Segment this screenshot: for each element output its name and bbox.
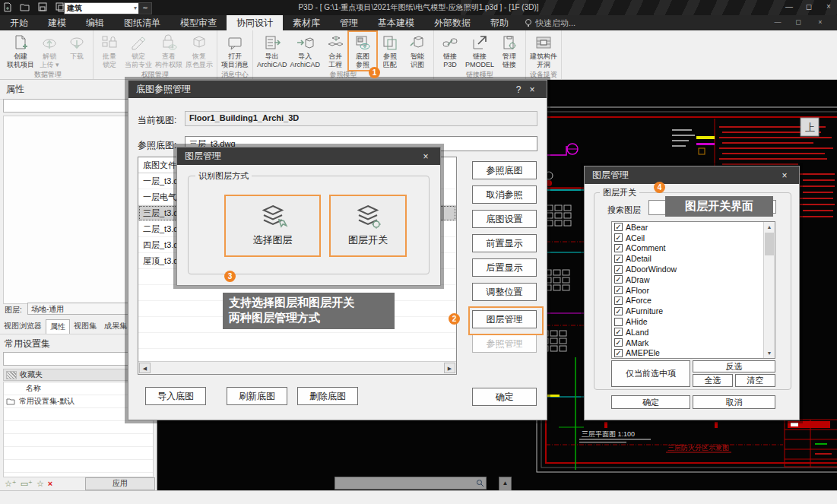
side-button-4[interactable]: 前置显示: [472, 234, 537, 252]
clear-button[interactable]: 清空: [735, 374, 775, 387]
quick-start[interactable]: 快速启动...: [525, 15, 575, 30]
checkbox-unchecked-icon[interactable]: [614, 318, 623, 326]
checkbox-checked-icon[interactable]: ✓: [614, 328, 623, 336]
bottom-button-2[interactable]: 刷新底图: [227, 387, 287, 405]
ribbon-tab-11[interactable]: 帮助: [480, 15, 518, 30]
layer-row[interactable]: ✓AComment: [612, 243, 775, 254]
layer-row[interactable]: ✓ABear: [612, 222, 775, 233]
smart-recognition-button[interactable]: 智能 识图: [404, 32, 431, 70]
ribbon-tab-3[interactable]: 编辑: [76, 15, 114, 30]
checkbox-checked-icon[interactable]: ✓: [614, 244, 623, 252]
link-p3d-button[interactable]: 链接 P3D: [436, 32, 464, 70]
delete-set-icon[interactable]: ×: [48, 478, 52, 490]
dialog-title-bar[interactable]: 底图参照管理 ? ×: [128, 81, 547, 98]
vertical-scrollbar[interactable]: ▲ ▼: [763, 222, 775, 358]
doc-minimize-button[interactable]: —: [772, 18, 783, 27]
close-icon[interactable]: ×: [525, 84, 539, 95]
layer-row[interactable]: ✓ADoorWindow: [612, 264, 775, 274]
help-icon[interactable]: ?: [512, 84, 525, 95]
checkbox-checked-icon[interactable]: ✓: [614, 338, 623, 347]
horizontal-scrollbar[interactable]: ◀ ▶: [138, 361, 456, 374]
invert-selection-button[interactable]: 反选: [693, 360, 775, 372]
side-button-5[interactable]: 后置显示: [472, 258, 537, 277]
layer-row[interactable]: ✓AFurniture: [612, 306, 775, 316]
cancel-button[interactable]: 取消: [693, 395, 775, 409]
manage-link-button[interactable]: 管理 链接: [496, 32, 523, 70]
restore-button[interactable]: ◻: [803, 2, 815, 12]
download-button[interactable]: 下载: [63, 32, 90, 62]
layer-switch-option[interactable]: 图层开关: [329, 195, 407, 257]
ok-button[interactable]: 确定: [611, 395, 690, 409]
doc-restore-button[interactable]: ◻: [793, 18, 804, 27]
unlock-upload-button[interactable]: 解锁 上传 ▾: [36, 32, 63, 70]
checkbox-checked-icon[interactable]: ✓: [614, 233, 623, 242]
checkbox-checked-icon[interactable]: ✓: [614, 296, 623, 305]
ribbon-tab-4[interactable]: 图纸清单: [114, 15, 170, 30]
import-set-icon[interactable]: ▭⁺: [21, 478, 33, 490]
checkbox-checked-icon[interactable]: ✓: [614, 265, 623, 274]
import-archicad-button[interactable]: 导入 ArchiCAD: [289, 32, 322, 70]
layer-row[interactable]: ✓ACeil: [612, 233, 775, 243]
side-button-8[interactable]: 参照管理: [472, 334, 537, 353]
side-button-3[interactable]: 底图设置: [472, 210, 537, 228]
add-set-icon[interactable]: ☆⁺: [5, 478, 17, 490]
command-expand-button[interactable]: ▲: [499, 477, 512, 491]
scroll-right-icon[interactable]: ▶: [444, 363, 455, 373]
side-button-6[interactable]: 调整位置: [472, 283, 537, 301]
dialog-title-bar[interactable]: 图层管理 ×: [177, 147, 440, 165]
checkbox-checked-icon[interactable]: ✓: [614, 255, 623, 263]
project-message-button[interactable]: 打开 项目消息: [220, 32, 250, 70]
dialog-title-bar[interactable]: 图层管理 ×: [585, 166, 799, 184]
scroll-down-icon[interactable]: ▼: [764, 348, 775, 358]
merge-project-button[interactable]: 合并 工程: [322, 32, 349, 70]
batch-lock-button[interactable]: 批量 锁定: [96, 32, 123, 70]
minimize-button[interactable]: —: [783, 2, 795, 12]
close-button[interactable]: ×: [823, 2, 835, 12]
layer-row[interactable]: ✓ADraw: [612, 274, 775, 285]
checkbox-checked-icon[interactable]: ✓: [614, 223, 623, 231]
layer-row[interactable]: AHide: [612, 316, 775, 327]
panel-tab-4[interactable]: 成果集: [100, 319, 131, 334]
layer-row[interactable]: ✓AFloor: [612, 285, 775, 296]
new-online-project-button[interactable]: 创建 联机项目: [5, 32, 36, 70]
scroll-up-icon[interactable]: ▲: [764, 222, 775, 232]
layer-checkbox-list[interactable]: ✓ABear✓ACeil✓AComment✓ADetail✓ADoorWindo…: [611, 221, 775, 359]
settings-set-row[interactable]: 常用设置集-默认: [6, 396, 75, 407]
scroll-thumb[interactable]: [765, 233, 774, 255]
panel-tab-3[interactable]: 视图集: [70, 319, 100, 334]
scroll-left-icon[interactable]: ◀: [139, 363, 151, 373]
close-icon[interactable]: ×: [419, 151, 433, 162]
select-layer-option[interactable]: 选择图层: [224, 195, 321, 257]
ribbon-tab-8[interactable]: 管理: [330, 15, 368, 30]
layer-row[interactable]: ✓ALand: [612, 327, 775, 338]
side-button-2[interactable]: 取消参照: [472, 185, 537, 204]
lock-discipline-button[interactable]: 锁定 当前专业: [123, 32, 154, 70]
doc-close-button[interactable]: ×: [815, 18, 826, 27]
command-search-input[interactable]: [334, 477, 487, 490]
side-button-1[interactable]: 参照底图: [472, 161, 537, 179]
panel-tab-2[interactable]: 属性: [46, 319, 70, 334]
layer-row[interactable]: ✓AForce: [612, 296, 775, 306]
ribbon-tab-9[interactable]: 基本建模: [368, 15, 424, 30]
checkbox-checked-icon[interactable]: ✓: [614, 307, 623, 315]
select-all-button[interactable]: 全选: [693, 374, 733, 387]
bottom-button-1[interactable]: 导入底图: [145, 387, 206, 405]
ribbon-tab-7[interactable]: 素材库: [283, 15, 330, 30]
checkbox-checked-icon[interactable]: ✓: [614, 286, 623, 294]
close-icon[interactable]: ×: [778, 170, 791, 181]
layer-row[interactable]: ✓ADetail: [612, 253, 775, 264]
export-archicad-button[interactable]: 导出 ArchiCAD: [255, 32, 289, 70]
ribbon-tab-1[interactable]: 开始: [0, 15, 38, 30]
view-permission-button[interactable]: 查看 构件权限: [154, 32, 184, 70]
ok-button[interactable]: 确定: [472, 388, 537, 406]
layer-row[interactable]: ✓AMEPEle: [612, 348, 775, 359]
link-pmodel-button[interactable]: 链接 PMODEL: [464, 32, 496, 70]
ribbon-tab-5[interactable]: 模型审查: [170, 15, 227, 30]
checkbox-checked-icon[interactable]: ✓: [614, 349, 623, 357]
wall-opening-button[interactable]: 建筑构件 开洞: [528, 32, 559, 70]
ribbon-tab-6[interactable]: 协同设计: [227, 15, 283, 30]
ribbon-tab-10[interactable]: 外部数据: [424, 15, 480, 30]
layer-row[interactable]: ✓AMark: [612, 338, 775, 348]
set-options-icon[interactable]: ☆: [36, 478, 44, 490]
bottom-button-3[interactable]: 删除底图: [297, 387, 358, 405]
